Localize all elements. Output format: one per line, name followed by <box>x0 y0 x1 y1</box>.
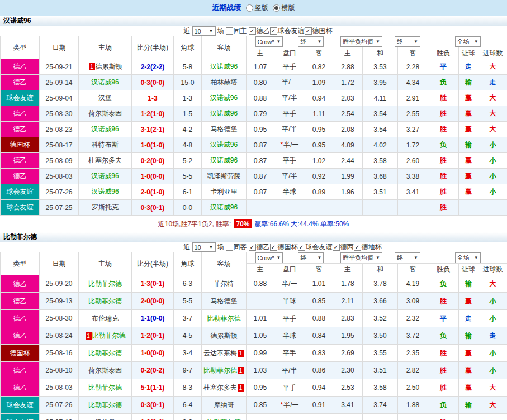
away-team: 比勒菲尔德 <box>202 310 247 327</box>
team-name[interactable]: 摩纳哥 <box>214 401 234 409</box>
col-avg-home: 主 <box>333 47 363 59</box>
average-final-select[interactable]: 终▼ <box>395 252 420 263</box>
bookmaker-select[interactable]: Crow*▼ <box>255 36 283 47</box>
away-team: 马格德堡 <box>202 293 247 310</box>
team-name[interactable]: 汉堡 <box>98 94 112 102</box>
team-name[interactable]: 菲尔特 <box>214 280 234 288</box>
match-row: 德乙25-09-14汉诺威960-3(0-0)15-0柏林赫塔0.80半/一1.… <box>1 75 507 90</box>
scope-select[interactable]: 全场▼ <box>455 36 481 47</box>
team-name[interactable]: 汉诺威96 <box>91 172 119 180</box>
average-select[interactable]: 胜平负均值▼ <box>340 36 382 47</box>
team-name[interactable]: 马格德堡 <box>211 125 238 133</box>
match-row: 德乙25-08-03汉诺威961-0(0-0)5-5凯泽斯劳滕0.87平/半0.… <box>1 169 507 184</box>
result-winlose: 胜 <box>428 200 459 216</box>
match-count-value: 10 <box>195 244 201 251</box>
team-name[interactable]: 马格德堡 <box>211 297 238 305</box>
layout-radio-vertical[interactable]: 竖版 <box>246 3 268 13</box>
match-type: 德国杯 <box>1 345 40 362</box>
avg-away: 2.60 <box>398 153 428 169</box>
team-name[interactable]: 柏林赫塔 <box>211 78 238 86</box>
league-filter-checkbox[interactable]: 德国杯 <box>270 242 298 252</box>
odds-final-select[interactable]: 终▼ <box>298 252 324 263</box>
result-goals: 走 <box>478 75 507 90</box>
average-value: 胜平负均值 <box>343 37 373 46</box>
team-name[interactable]: 德累斯顿 <box>211 332 238 340</box>
team-name[interactable]: 比勒菲尔德 <box>92 332 126 340</box>
team-name[interactable]: 德累斯顿 <box>96 63 122 70</box>
league-filter-checkbox[interactable]: 球会友谊 <box>270 26 305 36</box>
match-count-select[interactable]: 10▼ <box>192 26 216 36</box>
result-winlose: 胜 <box>428 345 459 362</box>
team-name[interactable]: 荷尔斯泰因 <box>88 109 122 117</box>
team-name[interactable]: 汉诺威96 <box>210 141 238 149</box>
team-name[interactable]: 汉诺威96 <box>91 188 119 195</box>
team-name[interactable]: 布伦瑞克 <box>92 314 119 322</box>
average-final-select[interactable]: 终▼ <box>395 36 420 47</box>
team-name[interactable]: 卡利亚里 <box>211 188 238 195</box>
team-name[interactable]: 比勒菲尔德 <box>88 401 122 409</box>
match-row: 球会友谊25-07-25罗斯托克0-3(0-1)0-0汉诺威96胜 <box>1 200 507 216</box>
team-name[interactable]: 汉诺威96 <box>210 109 238 117</box>
result-handicap <box>459 200 478 216</box>
team-name[interactable]: 比勒菲尔德 <box>88 384 122 392</box>
odds-handicap: 半球 <box>274 184 305 200</box>
bookmaker-select[interactable]: Crow*▼ <box>255 252 283 263</box>
team-name[interactable]: 汉诺威96 <box>210 203 238 211</box>
team-name[interactable]: 云达不莱梅 <box>203 349 237 357</box>
matches-table: 近 10▼ 场 同客 德乙德国杯球会友谊德丙德地杯 类型 日期 主场 比分(半场… <box>0 242 507 420</box>
team-name[interactable]: 汉诺威96 <box>210 156 238 164</box>
team-name[interactable]: 汉诺威96 <box>210 63 238 70</box>
team-name[interactable]: 汉诺威96 <box>91 125 119 133</box>
away-team: 比勒菲尔德1 <box>202 362 247 379</box>
odds-handicap: 平手 <box>274 379 305 397</box>
team-name[interactable]: 杜塞尔多夫 <box>203 384 237 392</box>
league-filter-checkbox[interactable]: 德乙 <box>249 26 270 36</box>
away-team: 卡利亚里 <box>202 184 247 200</box>
team-name[interactable]: 比勒菲尔德 <box>88 280 122 288</box>
team-name[interactable]: 荷尔斯泰因 <box>88 366 122 374</box>
star-mark: * <box>280 401 283 409</box>
result-handicap: 赢 <box>459 362 478 379</box>
team-name[interactable]: 科特布斯 <box>92 141 119 149</box>
odds-final-select[interactable]: 终▼ <box>298 36 324 47</box>
avg-home: 4.09 <box>333 137 363 153</box>
team-name[interactable]: 比勒菲尔德 <box>207 418 241 420</box>
team-name[interactable]: 纽伦堡 <box>95 418 115 420</box>
layout-radio-horizontal[interactable]: 横版 <box>273 3 295 13</box>
league-filter-checkbox[interactable]: 德丙 <box>333 242 354 252</box>
scope-select[interactable]: 全场▼ <box>455 252 481 263</box>
team-name[interactable]: 比勒菲尔德 <box>203 366 237 374</box>
same-venue-checkbox[interactable]: 同主 <box>226 26 247 36</box>
team-name[interactable]: 汉诺威96 <box>210 94 238 102</box>
team-name[interactable]: 比勒菲尔德 <box>88 297 122 305</box>
match-date: 25-07-26 <box>40 397 79 414</box>
odds-away: 0.92 <box>305 169 333 184</box>
team-name[interactable]: 杜塞尔多夫 <box>88 156 122 164</box>
league-filter-checkbox[interactable]: 德国杯 <box>305 26 333 36</box>
scope-value: 全场 <box>457 254 470 262</box>
match-row: 德乙25-09-13比勒菲尔德2-0(0-0)5-5马格德堡半球0.852.11… <box>1 293 507 310</box>
match-date: 25-08-16 <box>40 345 79 362</box>
same-venue-checkbox[interactable]: 同客 <box>226 242 247 252</box>
league-filter-checkbox[interactable]: 球会友谊 <box>298 242 333 252</box>
league-filter-checkbox[interactable]: 德地杯 <box>354 242 382 252</box>
team-name[interactable]: 比勒菲尔德 <box>207 314 241 322</box>
average-select[interactable]: 胜平负均值▼ <box>340 252 382 263</box>
team-name[interactable]: 罗斯托克 <box>92 203 119 211</box>
match-score: 0-2(0-0) <box>132 153 174 169</box>
team-name[interactable]: 凯泽斯劳滕 <box>207 172 241 180</box>
team-name[interactable]: 汉诺威96 <box>91 78 119 86</box>
match-row: 德国杯25-08-16比勒菲尔德1-0(0-0)3-4云达不莱梅10.99平手0… <box>1 345 507 362</box>
match-count-select[interactable]: 10▼ <box>192 242 216 252</box>
league-filter-checkbox[interactable]: 德乙 <box>249 242 270 252</box>
odds-home: 1.03 <box>247 362 274 379</box>
home-team: 布伦瑞克 <box>79 310 132 327</box>
team-section-away: 比勒菲尔德 近 10▼ 场 同客 德乙德国杯球会友谊德丙德地杯 <box>0 232 507 420</box>
team-name[interactable]: 比勒菲尔德 <box>88 349 122 357</box>
result-winlose: 胜 <box>428 362 459 379</box>
match-date: 25-09-20 <box>40 275 79 293</box>
result-winlose: 负 <box>428 275 459 293</box>
summary-bar: 近10场,胜7平1负2, 胜率: 70% 赢率:66.6% 大:44.4% 单率… <box>0 216 507 232</box>
col-result-winlose: 胜负 <box>428 264 459 275</box>
checkbox-icon <box>270 244 277 251</box>
